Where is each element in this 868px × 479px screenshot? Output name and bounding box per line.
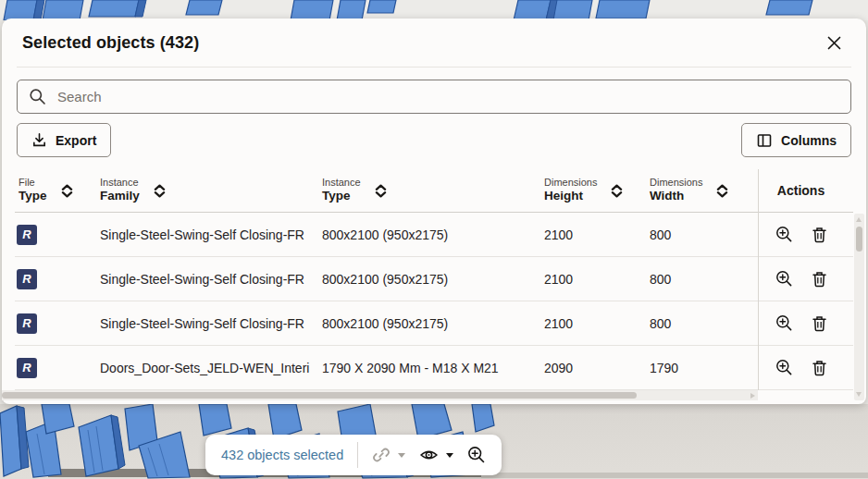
revit-file-icon: R [17,269,37,289]
table-row[interactable]: R Single-Steel-Swing-Self Closing-FR 800… [15,257,853,301]
table-row[interactable]: R Single-Steel-Swing-Self Closing-FR 800… [15,213,853,257]
sort-icon[interactable] [716,184,728,198]
sort-icon[interactable] [375,184,387,198]
column-header-dimensions-height[interactable]: Dimensions Height [544,177,650,205]
trash-icon [812,227,827,243]
width-cell: 800 [650,316,758,331]
link-icon [372,446,391,464]
delete-object-button[interactable] [812,360,827,376]
height-cell: 2100 [544,316,650,331]
column-main-label: Height [544,189,597,204]
search-box [17,80,851,114]
table-header-row: File Type Instance Family [15,169,853,213]
eye-icon [419,447,439,463]
columns-icon [756,132,773,149]
column-group-label: Instance [100,177,140,190]
visibility-tool-group [419,447,453,463]
column-group-label: Dimensions [544,177,597,190]
column-main-label: Type [19,189,47,204]
scroll-right-arrow[interactable] [750,393,755,399]
instance-family-cell: Single-Steel-Swing-Self Closing-FR [100,316,322,331]
width-cell: 800 [650,227,758,242]
zoom-to-object-button[interactable] [775,314,793,332]
toolbar-divider [357,442,358,468]
column-group-label: Instance [322,177,361,190]
instance-type-cell: 800x2100 (950x2175) [322,316,544,331]
table-row[interactable]: R Single-Steel-Swing-Self Closing-FR 800… [15,301,853,346]
close-button[interactable] [822,31,846,55]
column-header-instance-type[interactable]: Instance Type [322,177,544,205]
delete-object-button[interactable] [812,271,827,288]
zoom-in-icon [775,314,793,332]
visibility-button[interactable] [419,447,439,463]
zoom-to-object-button[interactable] [775,359,793,376]
app-stage: Selected objects (432) Export [0,0,868,479]
export-button[interactable]: Export [17,123,111,157]
columns-button[interactable]: Columns [741,123,851,157]
sort-icon[interactable] [61,184,73,198]
vertical-scrollbar[interactable] [854,214,864,400]
chevron-down-icon [398,453,405,458]
height-cell: 2100 [544,272,650,287]
zoom-in-icon [775,270,793,288]
trash-icon [812,271,827,288]
sort-icon[interactable] [154,184,166,198]
column-main-label: Width [650,189,702,204]
column-header-dimensions-width[interactable]: Dimensions Width [650,177,758,205]
column-group-label: Dimensions [650,177,702,190]
column-header-file-type[interactable]: File Type [15,177,100,205]
instance-family-cell: Single-Steel-Swing-Self Closing-FR [100,272,322,287]
panel-header: Selected objects (432) [15,18,853,67]
table-row[interactable]: R Doors_Door-Sets_JELD-WEN_Interi 1790 X… [15,346,853,390]
selected-objects-table: File Type Instance Family [15,169,853,400]
export-button-label: Export [56,133,96,148]
scroll-down-arrow[interactable] [856,392,862,397]
zoom-in-icon [467,446,486,464]
column-main-label: Type [322,189,361,204]
columns-button-label: Columns [781,133,837,148]
search-input[interactable] [56,88,839,105]
selected-objects-panel: Selected objects (432) Export [2,18,866,404]
vertical-scrollbar-thumb[interactable] [856,227,862,252]
revit-file-icon: R [17,313,37,334]
3d-model-panels-top [0,0,868,20]
instance-family-cell: Doors_Door-Sets_JELD-WEN_Interi [100,361,322,375]
column-group-label: File [19,177,47,190]
height-cell: 2100 [544,227,650,242]
column-header-actions: Actions [758,183,853,198]
width-cell: 1790 [650,361,758,375]
selection-count-link[interactable]: 432 objects selected [221,448,343,462]
link-objects-button[interactable] [372,446,391,464]
revit-file-icon: R [17,358,37,378]
revit-file-icon: R [17,225,37,245]
trash-icon [812,360,827,376]
sort-icon[interactable] [611,184,623,198]
scroll-up-arrow[interactable] [856,217,862,222]
horizontal-scrollbar-thumb[interactable] [2,392,637,399]
link-tool-group [372,446,405,464]
zoom-to-selection-button[interactable] [467,446,486,464]
instance-type-cell: 800x2100 (950x2175) [322,272,544,287]
zoom-in-icon [775,226,793,243]
close-icon [827,36,841,50]
zoom-to-object-button[interactable] [775,270,793,288]
download-icon [31,132,47,148]
visibility-options-dropdown[interactable] [446,453,453,458]
zoom-in-icon [775,359,793,376]
column-main-label: Family [100,189,140,204]
instance-type-cell: 1790 X 2090 Mm - M18 X M21 [322,361,544,375]
actions-column-divider [758,169,759,390]
delete-object-button[interactable] [812,315,827,332]
column-header-instance-family[interactable]: Instance Family [100,177,322,205]
horizontal-scrollbar[interactable] [2,390,758,400]
header-divider [17,67,851,68]
height-cell: 2090 [544,361,650,375]
button-row: Export Columns [17,123,851,157]
instance-family-cell: Single-Steel-Swing-Self Closing-FR [100,227,322,242]
zoom-to-object-button[interactable] [775,226,793,243]
panel-title: Selected objects (432) [22,33,199,53]
chevron-down-icon [446,453,453,458]
delete-object-button[interactable] [812,227,827,243]
search-icon [29,88,46,105]
link-options-dropdown[interactable] [398,453,405,458]
